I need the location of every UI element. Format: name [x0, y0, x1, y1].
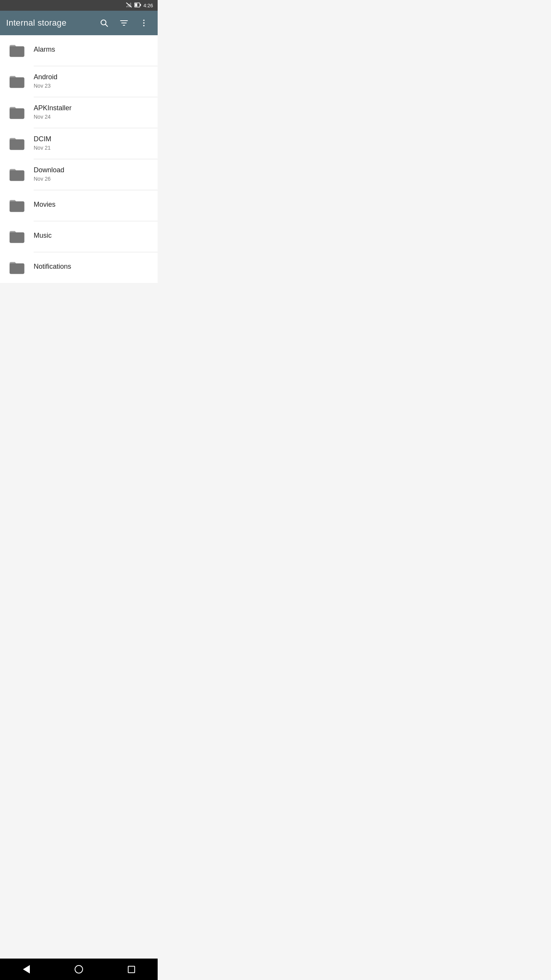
- search-button[interactable]: [96, 15, 112, 31]
- folder-info: DownloadNov 26: [34, 166, 152, 183]
- svg-point-15: [143, 22, 145, 24]
- svg-rect-2: [127, 5, 128, 7]
- folder-info: Notifications: [34, 262, 152, 273]
- folder-date: Nov 23: [34, 83, 152, 89]
- folder-info: APKInstallerNov 24: [34, 104, 152, 121]
- status-bar-right: 4:26: [126, 2, 153, 9]
- folder-name: Music: [34, 231, 152, 240]
- folder-icon: [8, 167, 26, 182]
- folder-item[interactable]: Music: [0, 221, 158, 252]
- folder-item[interactable]: DownloadNov 26: [0, 159, 158, 190]
- back-icon: [23, 965, 30, 973]
- folder-date: Nov 24: [34, 114, 152, 120]
- recents-icon: [128, 966, 135, 973]
- folder-date: Nov 26: [34, 176, 152, 182]
- status-time: 4:26: [143, 3, 153, 8]
- folder-icon-wrapper: [6, 198, 28, 213]
- folder-name: APKInstaller: [34, 104, 152, 113]
- folder-icon-wrapper: [6, 74, 28, 89]
- folder-name: Download: [34, 166, 152, 175]
- folder-item[interactable]: Notifications: [0, 252, 158, 283]
- svg-point-14: [143, 20, 145, 21]
- status-bar: 4:26: [0, 0, 158, 11]
- filter-button[interactable]: [116, 15, 132, 31]
- folder-icon: [8, 229, 26, 244]
- svg-rect-4: [130, 3, 131, 7]
- folder-icon: [8, 43, 26, 58]
- folder-item[interactable]: APKInstallerNov 24: [0, 97, 158, 128]
- folder-name: Alarms: [34, 45, 152, 54]
- navigation-bar: [0, 959, 158, 980]
- more-options-button[interactable]: [136, 15, 152, 31]
- home-icon: [75, 965, 83, 973]
- folder-icon-wrapper: [6, 43, 28, 58]
- toolbar: Internal storage: [0, 11, 158, 35]
- page-title: Internal storage: [6, 18, 92, 28]
- svg-point-16: [143, 25, 145, 26]
- svg-rect-7: [135, 3, 137, 7]
- folder-name: Notifications: [34, 262, 152, 271]
- folder-info: Alarms: [34, 45, 152, 56]
- folder-icon: [8, 74, 26, 89]
- folder-icon-wrapper: [6, 260, 28, 275]
- folder-info: AndroidNov 23: [34, 73, 152, 90]
- svg-rect-6: [140, 4, 141, 6]
- folder-icon-wrapper: [6, 136, 28, 151]
- folder-icon: [8, 260, 26, 275]
- folder-item[interactable]: Alarms: [0, 35, 158, 66]
- folder-icon: [8, 105, 26, 120]
- svg-line-10: [106, 24, 108, 27]
- folder-icon-wrapper: [6, 167, 28, 182]
- folder-info: Movies: [34, 200, 152, 211]
- battery-icon: [134, 2, 141, 9]
- svg-rect-1: [126, 6, 127, 7]
- home-button[interactable]: [67, 961, 90, 978]
- folder-item[interactable]: AndroidNov 23: [0, 66, 158, 97]
- folder-icon: [8, 136, 26, 151]
- back-button[interactable]: [15, 961, 38, 978]
- folder-icon-wrapper: [6, 105, 28, 120]
- folder-icon: [8, 198, 26, 213]
- no-signal-icon: [126, 2, 132, 9]
- folder-info: Music: [34, 231, 152, 242]
- folder-name: Android: [34, 73, 152, 82]
- folder-list: Alarms AndroidNov 23 APKInstallerNov 24 …: [0, 35, 158, 283]
- folder-icon-wrapper: [6, 229, 28, 244]
- folder-item[interactable]: Movies: [0, 190, 158, 221]
- folder-name: Movies: [34, 200, 152, 209]
- svg-rect-3: [129, 4, 130, 7]
- recents-button[interactable]: [120, 961, 143, 978]
- folder-date: Nov 21: [34, 145, 152, 151]
- folder-name: DCIM: [34, 135, 152, 144]
- folder-item[interactable]: DCIMNov 21: [0, 128, 158, 159]
- folder-info: DCIMNov 21: [34, 135, 152, 152]
